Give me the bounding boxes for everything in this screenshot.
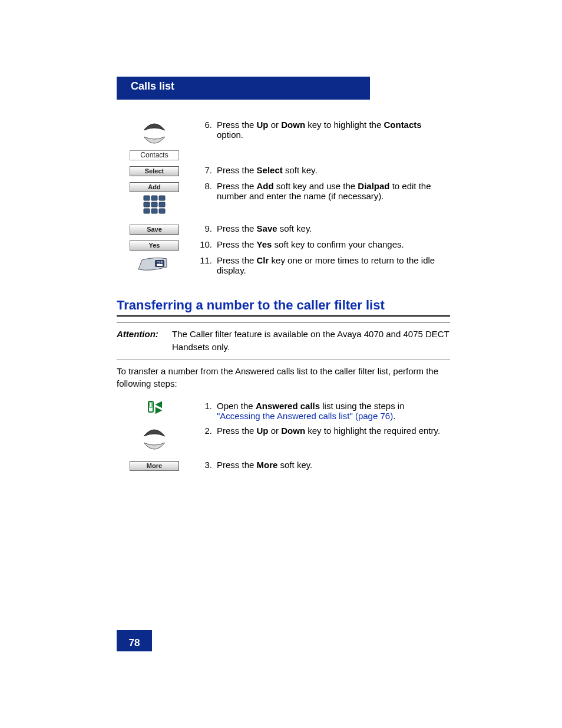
step-row: Contacts 6. Press the Up or Down key to … bbox=[117, 117, 450, 163]
divider bbox=[117, 360, 450, 360]
svg-rect-6 bbox=[144, 209, 150, 213]
nav-down-icon bbox=[141, 440, 167, 453]
svg-rect-0 bbox=[144, 196, 150, 200]
step-text: Press the Up or Down key to highlight th… bbox=[214, 423, 450, 457]
step-row: Select 7. Press the Select soft key. bbox=[117, 163, 450, 179]
answered-calls-icon: ◀▶ bbox=[147, 401, 162, 413]
add-key-label: Add bbox=[130, 182, 179, 192]
steps-section-1: Contacts 6. Press the Up or Down key to … bbox=[117, 117, 450, 278]
step-number: 2. bbox=[192, 423, 214, 457]
step-row: Save 9. Press the Save soft key. bbox=[117, 221, 450, 237]
step-number: 8. bbox=[192, 179, 214, 221]
yes-key-label: Yes bbox=[130, 241, 179, 251]
svg-rect-7 bbox=[151, 209, 157, 213]
svg-rect-11 bbox=[157, 264, 163, 266]
svg-rect-8 bbox=[159, 209, 165, 213]
nav-up-icon bbox=[141, 426, 167, 439]
attention-label: Attention: bbox=[117, 328, 167, 354]
svg-rect-2 bbox=[159, 196, 165, 200]
step-number: 9. bbox=[192, 221, 214, 237]
step-number: 6. bbox=[192, 117, 214, 163]
dialpad-icon bbox=[143, 195, 166, 217]
attention-block: Attention: The Caller filter feature is … bbox=[117, 328, 450, 354]
clr-key-icon: CLR bbox=[137, 255, 171, 273]
divider bbox=[117, 315, 450, 317]
svg-rect-4 bbox=[151, 202, 157, 207]
more-key-label: More bbox=[130, 461, 179, 471]
nav-down-icon bbox=[141, 134, 167, 147]
step-text: Press the Add soft key and use the Dialp… bbox=[214, 179, 450, 221]
step-row: CLR 11. Press the Clr key one or more ti… bbox=[117, 253, 450, 278]
attention-text: The Caller filter feature is available o… bbox=[172, 328, 450, 354]
step-number: 7. bbox=[192, 163, 214, 179]
steps-section-2: ◀▶ 1. Open the Answered calls list using… bbox=[117, 398, 450, 473]
svg-rect-3 bbox=[144, 202, 150, 207]
nav-up-icon bbox=[141, 120, 167, 133]
step-number: 1. bbox=[192, 398, 214, 423]
step-text: Press the Save soft key. bbox=[214, 221, 450, 237]
section-header: Calls list bbox=[117, 77, 370, 100]
svg-text:CLR: CLR bbox=[157, 261, 163, 264]
contacts-key-label: Contacts bbox=[130, 150, 179, 160]
intro-text: To transfer a number from the Answered c… bbox=[117, 365, 450, 391]
svg-rect-5 bbox=[159, 202, 165, 207]
page-number: 78 bbox=[117, 630, 152, 651]
step-row: Yes 10. Press the Yes soft key to confir… bbox=[117, 237, 450, 253]
step-row: More 3. Press the More soft key. bbox=[117, 457, 450, 473]
step-number: 11. bbox=[192, 253, 214, 278]
divider bbox=[117, 322, 450, 323]
step-row: ◀▶ 1. Open the Answered calls list using… bbox=[117, 398, 450, 423]
svg-rect-1 bbox=[151, 196, 157, 200]
save-key-label: Save bbox=[130, 225, 179, 235]
svg-rect-13 bbox=[150, 403, 152, 407]
svg-rect-12 bbox=[148, 401, 153, 412]
step-row: 2. Press the Up or Down key to highlight… bbox=[117, 423, 450, 457]
cross-ref-link[interactable]: "Accessing the Answered calls list" (pag… bbox=[217, 411, 393, 421]
step-text: Press the Clr key one or more times to r… bbox=[214, 253, 450, 278]
step-text: Press the More soft key. bbox=[214, 457, 450, 473]
step-row: Add 8. Press the Add soft key and use th… bbox=[117, 179, 450, 221]
page: Calls list Contacts 6. Press the Up or D… bbox=[0, 0, 562, 728]
step-text: Open the Answered calls list using the s… bbox=[214, 398, 450, 423]
step-number: 10. bbox=[192, 237, 214, 253]
step-text: Press the Yes soft key to confirm your c… bbox=[214, 237, 450, 253]
step-text: Press the Select soft key. bbox=[214, 163, 450, 179]
section-title: Transferring a number to the caller filt… bbox=[117, 298, 450, 313]
step-text: Press the Up or Down key to highlight th… bbox=[214, 117, 450, 163]
step-number: 3. bbox=[192, 457, 214, 473]
select-key-label: Select bbox=[130, 166, 179, 176]
header-bar: Calls list bbox=[117, 77, 450, 100]
